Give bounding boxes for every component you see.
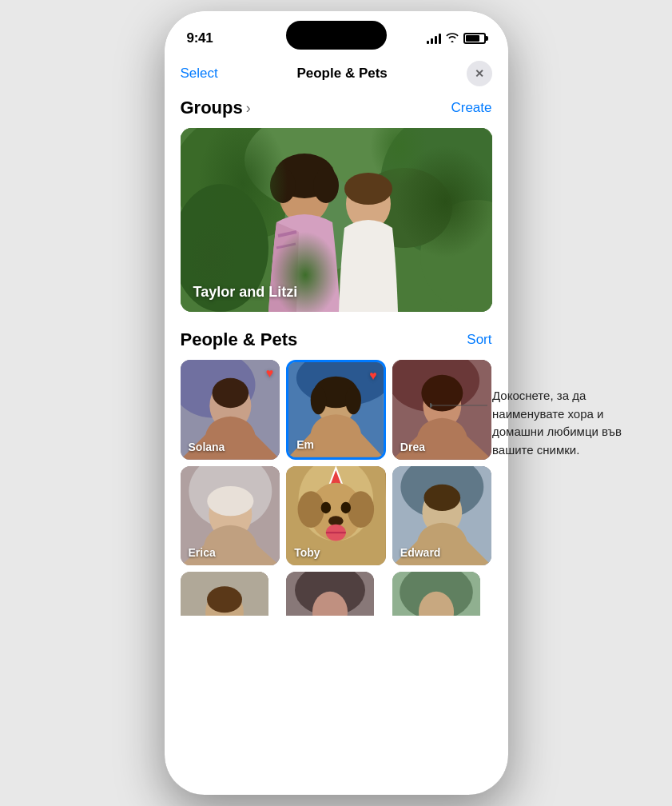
callout: Докоснете, за да наименувате хора и дома… bbox=[492, 387, 648, 459]
svg-point-23 bbox=[345, 386, 361, 415]
svg-point-41 bbox=[341, 501, 351, 513]
svg-point-6 bbox=[284, 176, 364, 272]
callout-line bbox=[430, 393, 494, 417]
svg-point-13 bbox=[344, 173, 392, 205]
person-name-edward: Edward bbox=[400, 546, 441, 559]
person-face-9 bbox=[392, 572, 480, 616]
person-thumb-toby[interactable]: Toby bbox=[286, 466, 386, 566]
people-grid: ♥ Solana bbox=[181, 360, 492, 565]
svg-point-5 bbox=[420, 200, 492, 312]
svg-point-39 bbox=[348, 491, 374, 528]
status-icons bbox=[427, 32, 486, 45]
people-pets-section-header: People & Pets Sort bbox=[181, 329, 492, 350]
people-pets-title: People & Pets bbox=[181, 329, 298, 350]
svg-point-38 bbox=[298, 491, 324, 528]
svg-point-47 bbox=[423, 485, 460, 511]
svg-point-50 bbox=[207, 587, 242, 613]
person-thumb-9[interactable] bbox=[392, 572, 480, 616]
person-name-toby: Toby bbox=[294, 546, 320, 559]
svg-point-7 bbox=[356, 168, 452, 248]
svg-point-11 bbox=[313, 168, 339, 203]
create-button[interactable]: Create bbox=[451, 100, 491, 116]
content: Groups › Create bbox=[165, 94, 508, 616]
people-grid-bottom bbox=[181, 572, 492, 616]
svg-point-10 bbox=[270, 168, 296, 203]
groups-title[interactable]: Groups › bbox=[181, 98, 251, 118]
person-name-erica: Erica bbox=[189, 546, 216, 559]
svg-point-22 bbox=[311, 386, 327, 415]
person-thumb-edward[interactable]: Edward bbox=[392, 466, 492, 566]
close-icon: ✕ bbox=[475, 67, 484, 80]
dynamic-island bbox=[286, 21, 387, 50]
nav-bar: Select People & Pets ✕ bbox=[165, 54, 508, 94]
person-thumb-solana[interactable]: ♥ Solana bbox=[181, 360, 280, 460]
svg-point-58 bbox=[430, 403, 432, 408]
favorite-icon-em: ♥ bbox=[369, 369, 377, 383]
groups-section-header: Groups › Create bbox=[181, 98, 492, 118]
person-thumb-8[interactable] bbox=[286, 572, 374, 616]
status-time: 9:41 bbox=[187, 30, 213, 46]
svg-point-3 bbox=[380, 128, 492, 256]
person-name-em: Em bbox=[296, 438, 314, 451]
callout-container: Докоснете, за да наименувате хора и дома… bbox=[492, 387, 648, 459]
person-thumb-em[interactable]: ♥ Em bbox=[286, 360, 386, 460]
close-button[interactable]: ✕ bbox=[467, 61, 492, 86]
signal-icon bbox=[427, 33, 441, 44]
svg-point-17 bbox=[212, 378, 249, 408]
sort-button[interactable]: Sort bbox=[467, 332, 491, 348]
person-image-8 bbox=[286, 572, 374, 616]
group-card[interactable]: Taylor and Litzi bbox=[181, 128, 492, 312]
wifi-icon bbox=[446, 32, 459, 45]
svg-point-40 bbox=[321, 501, 331, 513]
chevron-right-icon: › bbox=[246, 100, 251, 117]
svg-point-31 bbox=[207, 486, 253, 516]
svg-point-1 bbox=[181, 128, 316, 240]
person-face-8 bbox=[286, 572, 374, 616]
person-name-drea: Drea bbox=[400, 441, 425, 453]
person-thumb-erica[interactable]: Erica bbox=[181, 466, 280, 566]
svg-point-9 bbox=[274, 154, 335, 198]
person-face-7 bbox=[181, 572, 268, 616]
person-image-9 bbox=[392, 572, 480, 616]
person-image-7 bbox=[181, 572, 268, 616]
person-thumb-7[interactable] bbox=[181, 572, 268, 616]
svg-point-12 bbox=[346, 178, 391, 229]
group-card-label: Taylor and Litzi bbox=[193, 284, 298, 301]
select-button[interactable]: Select bbox=[181, 66, 218, 82]
callout-text: Докоснете, за да наименувате хора и дома… bbox=[492, 387, 648, 459]
svg-point-2 bbox=[245, 128, 436, 216]
page-title: People & Pets bbox=[296, 66, 387, 82]
svg-point-8 bbox=[279, 163, 330, 224]
person-name-solana: Solana bbox=[189, 441, 225, 453]
favorite-icon-solana: ♥ bbox=[266, 366, 274, 381]
battery-icon bbox=[463, 33, 486, 44]
